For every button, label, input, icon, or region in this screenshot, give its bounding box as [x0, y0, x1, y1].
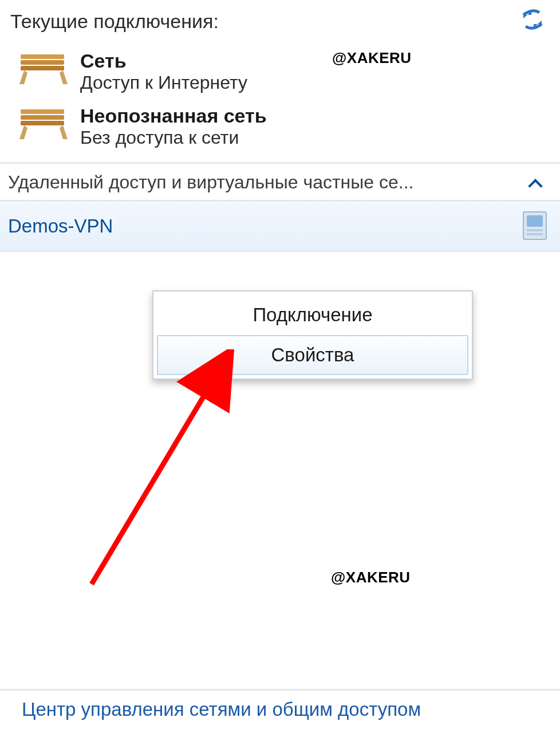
svg-rect-7 [527, 215, 543, 227]
annotation-arrow-icon [74, 349, 246, 596]
network-center-link[interactable]: Центр управления сетями и общим доступом [0, 689, 560, 730]
bench-icon [17, 106, 70, 141]
bench-icon [17, 51, 70, 86]
svg-rect-1 [21, 60, 64, 65]
connection-text: Сеть Доступ к Интернету [80, 49, 247, 93]
current-connections-title: Текущие подключения: [10, 10, 550, 33]
vpn-connection-row[interactable]: Demos-VPN [0, 202, 560, 252]
connection-text: Неопознанная сеть Без доступа к сети [80, 104, 267, 148]
connection-item[interactable]: Сеть Доступ к Интернету [5, 43, 560, 98]
computer-icon [520, 210, 550, 243]
svg-rect-9 [527, 233, 543, 235]
connections-list: Сеть Доступ к Интернету Неопознанная сет… [0, 38, 560, 162]
connection-item[interactable]: Неопознанная сеть Без доступа к сети [5, 98, 560, 153]
svg-rect-4 [21, 115, 64, 120]
section-title: Удаленный доступ и виртуальные частные с… [8, 172, 413, 193]
context-menu: Подключение Свойства [152, 290, 473, 380]
watermark: @XAKERU [331, 569, 411, 586]
header: Текущие подключения: [0, 0, 560, 38]
connection-name: Сеть [80, 50, 247, 72]
svg-rect-0 [21, 54, 64, 59]
vpn-name: Demos-VPN [8, 215, 113, 237]
svg-rect-2 [21, 66, 64, 70]
connection-status: Доступ к Интернету [80, 72, 247, 93]
svg-rect-5 [21, 121, 64, 125]
svg-rect-8 [527, 229, 543, 231]
chevron-up-icon [530, 178, 546, 188]
refresh-icon[interactable] [520, 8, 545, 31]
watermark: @XAKERU [332, 49, 412, 67]
svg-rect-3 [21, 109, 64, 114]
section-header-remote-vpn[interactable]: Удаленный доступ и виртуальные частные с… [0, 162, 560, 202]
svg-line-10 [92, 371, 219, 584]
connection-name: Неопознанная сеть [80, 105, 267, 127]
menu-item-connect[interactable]: Подключение [157, 295, 468, 335]
menu-item-properties[interactable]: Свойства [157, 335, 468, 375]
connection-status: Без доступа к сети [80, 127, 267, 148]
